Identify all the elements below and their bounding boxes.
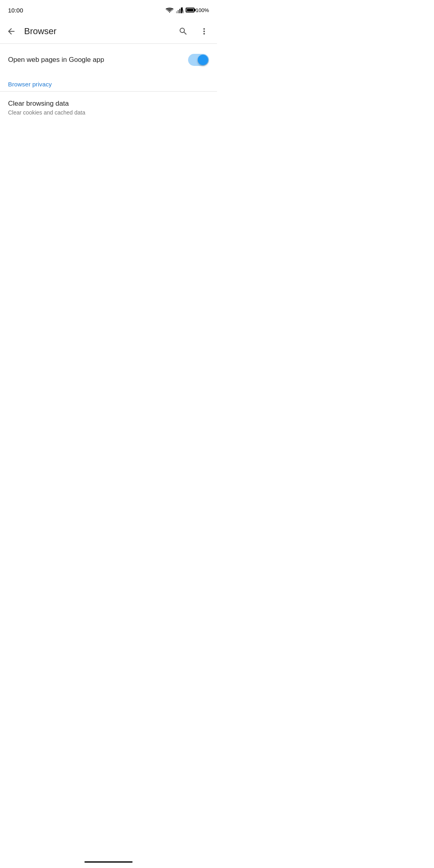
svg-rect-2	[179, 9, 180, 13]
more-options-icon	[199, 27, 209, 36]
open-web-pages-label: Open web pages in Google app	[8, 56, 188, 64]
open-web-pages-toggle[interactable]	[188, 54, 209, 66]
battery-percent: 100%	[196, 7, 209, 13]
open-web-pages-row[interactable]: Open web pages in Google app	[0, 45, 217, 74]
browser-privacy-section-header: Browser privacy	[0, 74, 217, 91]
search-button[interactable]	[174, 22, 193, 41]
toggle-thumb	[198, 55, 208, 65]
signal-icon	[176, 7, 183, 13]
clear-browsing-data-primary: Clear browsing data	[8, 100, 209, 108]
status-icons: 100%	[166, 7, 209, 13]
back-arrow-icon	[6, 27, 16, 36]
toolbar: Browser	[0, 19, 217, 43]
toolbar-actions	[174, 22, 214, 41]
status-time: 10:00	[8, 7, 23, 14]
search-icon	[178, 27, 188, 36]
browser-privacy-label: Browser privacy	[8, 81, 52, 88]
settings-content: Open web pages in Google app Browser pri…	[0, 44, 217, 122]
more-options-button[interactable]	[194, 22, 214, 41]
svg-rect-3	[181, 8, 182, 13]
battery-icon	[186, 8, 194, 12]
wifi-icon	[166, 7, 174, 13]
status-bar: 10:00 100%	[0, 0, 217, 19]
clear-browsing-data-secondary: Clear cookies and cached data	[8, 109, 209, 116]
section-divider	[0, 91, 217, 92]
svg-rect-1	[178, 10, 179, 13]
clear-browsing-data-row[interactable]: Clear browsing data Clear cookies and ca…	[0, 93, 217, 122]
battery-fill	[187, 9, 193, 11]
battery-container: 100%	[186, 7, 209, 13]
page-title: Browser	[24, 26, 174, 37]
svg-rect-0	[176, 11, 177, 13]
back-button[interactable]	[2, 22, 21, 41]
toggle-track	[188, 54, 209, 66]
svg-line-4	[182, 7, 183, 13]
